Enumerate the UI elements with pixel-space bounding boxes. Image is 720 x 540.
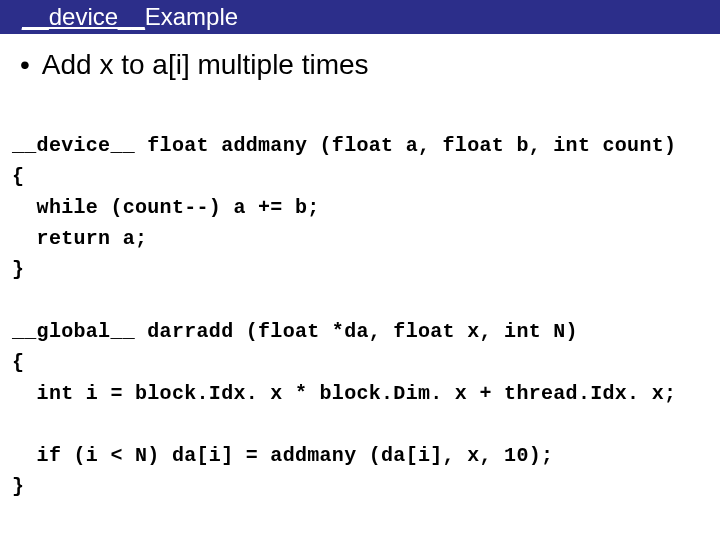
title-rest: Example [145,3,238,31]
bullet-text: Add x to a[i] multiple times [42,48,369,82]
code-block: __device__ float addmany (float a, float… [0,82,720,502]
slide: __device__ Example • Add x to a[i] multi… [0,0,720,540]
title-keyword: __device__ [22,3,145,31]
slide-title-bar: __device__ Example [0,0,720,34]
bullet-item: • Add x to a[i] multiple times [0,34,720,82]
bullet-dot-icon: • [20,51,30,79]
